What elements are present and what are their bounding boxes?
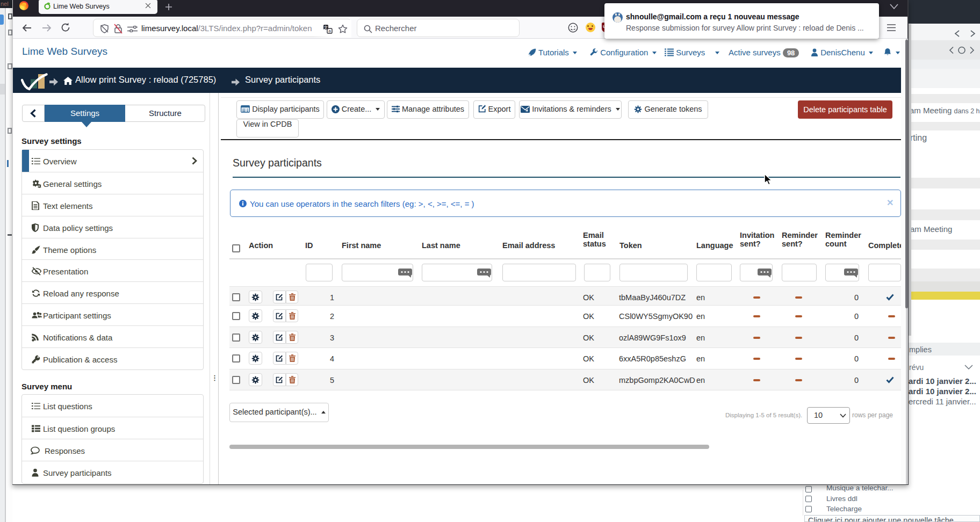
svg-text:a: a [328, 28, 331, 33]
